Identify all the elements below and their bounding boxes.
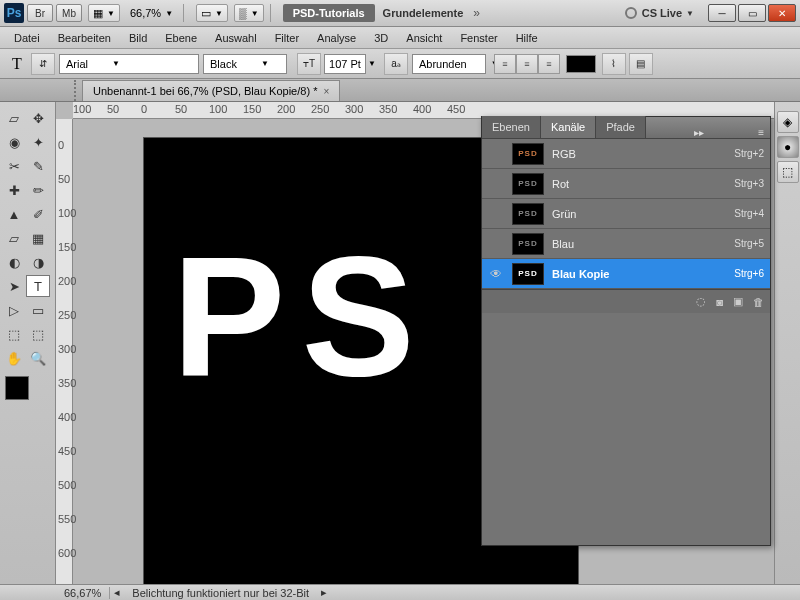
minibridge-button[interactable]: Mb xyxy=(56,4,82,22)
text-color-swatch[interactable] xyxy=(566,55,596,73)
zoom-dropdown[interactable]: 66,7%▼ xyxy=(126,4,177,22)
wand-tool[interactable]: ✦ xyxy=(26,131,50,153)
workspace-more-icon[interactable]: » xyxy=(473,6,480,20)
screen-mode-dropdown[interactable]: ▭▼ xyxy=(196,4,228,22)
cslive-button[interactable]: CS Live▼ xyxy=(625,7,694,19)
channel-row[interactable]: PSDBlauStrg+5 xyxy=(482,229,770,259)
bridge-button[interactable]: Br xyxy=(27,4,53,22)
menu-3d[interactable]: 3D xyxy=(366,29,396,47)
hand-tool[interactable]: ✋ xyxy=(2,347,26,369)
dock-icon-layers[interactable]: ◈ xyxy=(777,111,799,133)
3d-tool[interactable]: ⬚ xyxy=(2,323,26,345)
menu-hilfe[interactable]: Hilfe xyxy=(508,29,546,47)
channel-row[interactable]: PSDRotStrg+3 xyxy=(482,169,770,199)
lasso-tool[interactable]: ◉ xyxy=(2,131,26,153)
channel-thumbnail: PSD xyxy=(512,263,544,285)
brush-tool[interactable]: ✏ xyxy=(26,179,50,201)
right-dock: ◈ ● ⬚ xyxy=(774,102,800,584)
panel-menu-icon[interactable]: ≡ xyxy=(752,127,770,138)
menu-ansicht[interactable]: Ansicht xyxy=(398,29,450,47)
dodge-tool[interactable]: ◑ xyxy=(26,251,50,273)
visibility-toggle[interactable] xyxy=(488,236,504,252)
align-left-button[interactable]: ≡ xyxy=(494,54,516,74)
eyedropper-tool[interactable]: ✎ xyxy=(26,155,50,177)
antialias-icon: aₐ xyxy=(384,53,408,75)
antialias-select[interactable]: Abrunden▼ xyxy=(412,54,486,74)
crop-tool[interactable]: ✂ xyxy=(2,155,26,177)
font-weight-select[interactable]: Black▼ xyxy=(203,54,287,74)
align-center-button[interactable]: ≡ xyxy=(516,54,538,74)
tool-preset-text-icon[interactable]: T xyxy=(6,55,28,73)
maximize-button[interactable]: ▭ xyxy=(738,4,766,22)
status-arrow-right-icon[interactable]: ▸ xyxy=(317,586,331,599)
font-size-input[interactable]: 107 Pt xyxy=(324,54,366,74)
save-selection-icon[interactable]: ◙ xyxy=(716,296,723,308)
document-tab[interactable]: Unbenannt-1 bei 66,7% (PSD, Blau Kopie/8… xyxy=(82,80,340,101)
tab-close-icon[interactable]: × xyxy=(323,86,329,97)
channel-name: Rot xyxy=(552,178,569,190)
3d-camera-tool[interactable]: ⬚ xyxy=(26,323,50,345)
toolbox: ▱✥ ◉✦ ✂✎ ✚✏ ▲✐ ▱▦ ◐◑ ➤T ▷▭ ⬚⬚ ✋🔍 xyxy=(0,102,56,584)
healing-tool[interactable]: ✚ xyxy=(2,179,26,201)
channel-row[interactable]: 👁PSDBlau KopieStrg+6 xyxy=(482,259,770,289)
tab-kanaele[interactable]: Kanäle xyxy=(541,116,596,138)
menu-bearbeiten[interactable]: Bearbeiten xyxy=(50,29,119,47)
panel-tabs: Ebenen Kanäle Pfade ▸▸ ≡ xyxy=(482,117,770,139)
extras-dropdown[interactable]: ▒▼ xyxy=(234,4,264,22)
menu-bild[interactable]: Bild xyxy=(121,29,155,47)
eraser-tool[interactable]: ▱ xyxy=(2,227,26,249)
history-brush-tool[interactable]: ✐ xyxy=(26,203,50,225)
new-channel-icon[interactable]: ▣ xyxy=(733,295,743,308)
menu-datei[interactable]: Datei xyxy=(6,29,48,47)
status-zoom[interactable]: 66,67% xyxy=(56,587,110,599)
move-tool-b[interactable]: ✥ xyxy=(26,107,50,129)
character-panel-button[interactable]: ▤ xyxy=(629,53,653,75)
panel-collapse-icon[interactable]: ▸▸ xyxy=(688,127,710,138)
visibility-toggle[interactable] xyxy=(488,176,504,192)
shape-tool[interactable]: ▭ xyxy=(26,299,50,321)
menu-ebene[interactable]: Ebene xyxy=(157,29,205,47)
pen-tool[interactable]: ➤ xyxy=(2,275,26,297)
tab-grip-icon[interactable] xyxy=(74,80,80,101)
canvas-text: PS xyxy=(172,218,431,414)
warp-text-button[interactable]: ⌇ xyxy=(602,53,626,75)
zoom-tool[interactable]: 🔍 xyxy=(26,347,50,369)
status-arrow-left-icon[interactable]: ◂ xyxy=(110,586,124,599)
tab-pfade[interactable]: Pfade xyxy=(596,116,646,138)
view-arrange-dropdown[interactable]: ▦▼ xyxy=(88,4,120,22)
align-right-button[interactable]: ≡ xyxy=(538,54,560,74)
channel-row[interactable]: PSDRGBStrg+2 xyxy=(482,139,770,169)
menu-filter[interactable]: Filter xyxy=(267,29,307,47)
load-selection-icon[interactable]: ◌ xyxy=(696,295,706,308)
path-select-tool[interactable]: ▷ xyxy=(2,299,26,321)
font-family-select[interactable]: Arial▼ xyxy=(59,54,199,74)
workspace-grundelemente[interactable]: Grundelemente xyxy=(383,7,464,19)
move-tool[interactable]: ▱ xyxy=(2,107,26,129)
menu-fenster[interactable]: Fenster xyxy=(452,29,505,47)
foreground-color-swatch[interactable] xyxy=(5,376,29,400)
dock-icon-3d[interactable]: ● xyxy=(777,136,799,158)
status-bar: 66,67% ◂ Belichtung funktioniert nur bei… xyxy=(0,584,800,600)
menu-auswahl[interactable]: Auswahl xyxy=(207,29,265,47)
gradient-tool[interactable]: ▦ xyxy=(26,227,50,249)
type-tool[interactable]: T xyxy=(26,275,50,297)
channel-name: Blau xyxy=(552,238,574,250)
visibility-toggle[interactable] xyxy=(488,206,504,222)
dropdown-arrow-icon[interactable]: ▼ xyxy=(368,59,376,68)
stamp-tool[interactable]: ▲ xyxy=(2,203,26,225)
status-message: Belichtung funktioniert nur bei 32-Bit xyxy=(124,587,317,599)
text-orientation-button[interactable]: ⇵ xyxy=(31,53,55,75)
workspace-psdtutorials[interactable]: PSD-Tutorials xyxy=(283,4,375,22)
channel-name: RGB xyxy=(552,148,576,160)
close-button[interactable]: ✕ xyxy=(768,4,796,22)
channels-panel: Ebenen Kanäle Pfade ▸▸ ≡ PSDRGBStrg+2PSD… xyxy=(481,116,771,546)
visibility-toggle[interactable] xyxy=(488,146,504,162)
delete-channel-icon[interactable]: 🗑 xyxy=(753,296,764,308)
menu-analyse[interactable]: Analyse xyxy=(309,29,364,47)
visibility-toggle[interactable]: 👁 xyxy=(488,266,504,282)
blur-tool[interactable]: ◐ xyxy=(2,251,26,273)
minimize-button[interactable]: ─ xyxy=(708,4,736,22)
tab-ebenen[interactable]: Ebenen xyxy=(482,116,541,138)
dock-icon-misc[interactable]: ⬚ xyxy=(777,161,799,183)
channel-row[interactable]: PSDGrünStrg+4 xyxy=(482,199,770,229)
